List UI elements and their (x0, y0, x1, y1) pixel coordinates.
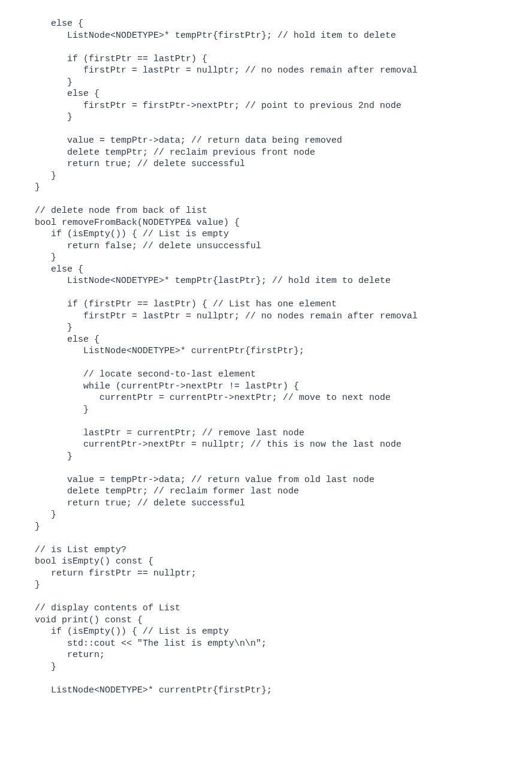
code-listing: else { ListNode<NODETYPE>* tempPtr{first… (35, 18, 497, 696)
